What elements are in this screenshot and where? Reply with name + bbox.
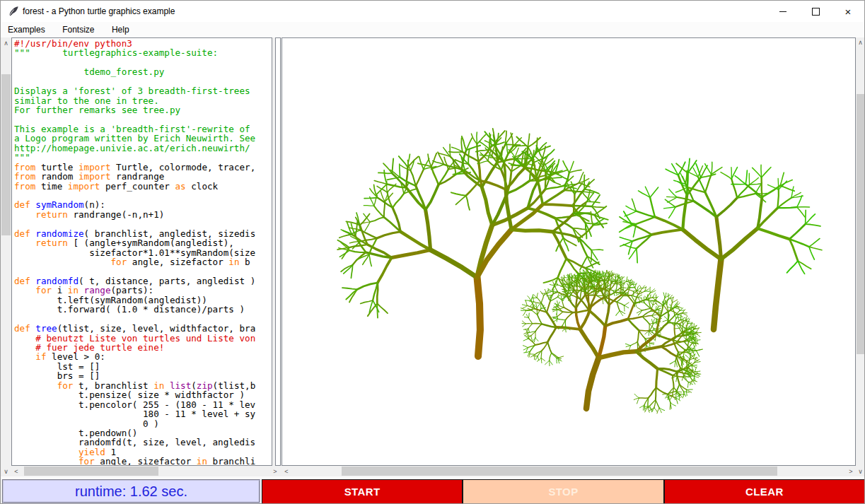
menu-fontsize[interactable]: Fontsize xyxy=(55,22,101,37)
graphics-pane xyxy=(281,37,856,466)
canvas-scroll-left-icon[interactable]: < xyxy=(281,466,291,476)
canvas-vscroll-thumb[interactable] xyxy=(857,94,864,354)
menu-help[interactable]: Help xyxy=(105,22,137,37)
code-scroll-right-icon[interactable]: > xyxy=(270,466,280,476)
menu-bar: Examples Fontsize Help xyxy=(1,22,864,37)
minimize-button[interactable] xyxy=(767,1,799,22)
close-button[interactable]: × xyxy=(832,1,864,22)
code-hscroll-thumb[interactable] xyxy=(24,467,158,476)
canvas-scroll-up-icon[interactable]: ∧ xyxy=(856,37,865,47)
turtle-canvas[interactable] xyxy=(282,38,855,465)
control-button-row: START STOP CLEAR xyxy=(262,479,865,504)
app-window: forest - a Python turtle graphics exampl… xyxy=(0,0,865,504)
code-vscroll-thumb[interactable] xyxy=(1,74,11,235)
maximize-button[interactable] xyxy=(799,1,832,22)
window-title: forest - a Python turtle graphics exampl… xyxy=(23,6,175,16)
pane-divider xyxy=(275,37,281,466)
runtime-label: runtime: 1.62 sec. xyxy=(2,479,260,503)
canvas-scroll-down-icon[interactable]: ∨ xyxy=(856,466,865,476)
code-scroll-left-icon[interactable]: < xyxy=(11,466,21,476)
clear-button[interactable]: CLEAR xyxy=(665,480,864,503)
runtime-text: runtime: 1.62 sec. xyxy=(75,484,187,500)
menu-examples[interactable]: Examples xyxy=(1,22,52,37)
close-icon: × xyxy=(845,6,852,17)
stop-button[interactable]: STOP xyxy=(463,480,663,503)
code-scroll-down-icon[interactable]: ∨ xyxy=(1,466,11,476)
start-button[interactable]: START xyxy=(262,480,462,503)
minimize-icon xyxy=(779,11,786,12)
code-scroll-up-icon[interactable]: ∧ xyxy=(1,37,11,48)
maximize-icon xyxy=(812,8,820,16)
canvas-scroll-right-icon[interactable]: > xyxy=(846,466,856,476)
code-text[interactable]: #!/usr/bin/env python3""" turtlegraphics… xyxy=(11,37,272,466)
turtledemo-feather-icon xyxy=(8,6,19,17)
title-bar[interactable]: forest - a Python turtle graphics exampl… xyxy=(1,1,864,22)
canvas-hscroll-thumb[interactable] xyxy=(342,467,777,476)
